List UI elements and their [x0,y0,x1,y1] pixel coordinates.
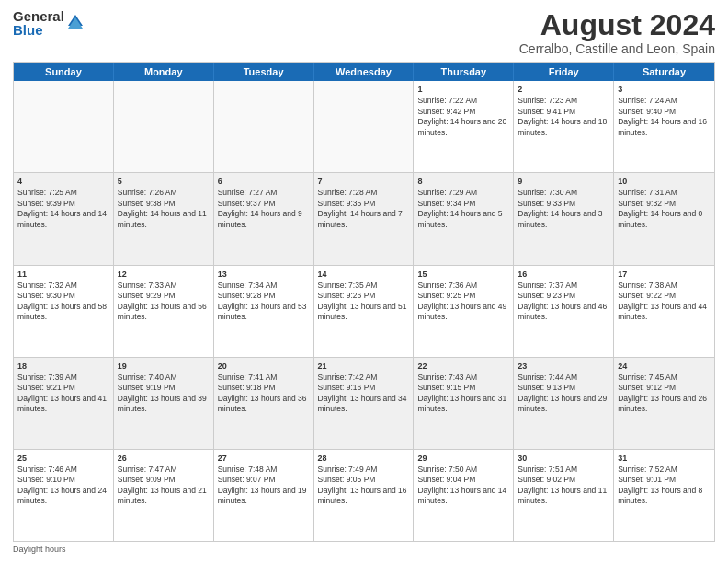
day-number: 30 [518,453,609,464]
day-info: Daylight: 14 hours and 20 minutes. [417,117,509,138]
day-info: Sunrise: 7:24 AM [618,96,711,106]
day-info: Sunrise: 7:27 AM [218,188,310,198]
day-info: Sunrise: 7:43 AM [417,373,509,383]
day-info: Sunset: 9:42 PM [417,107,509,117]
day-info: Daylight: 13 hours and 49 minutes. [417,302,509,323]
day-info: Sunset: 9:02 PM [518,475,609,485]
calendar-cell: 12Sunrise: 7:33 AMSunset: 9:29 PMDayligh… [114,266,214,357]
day-info: Daylight: 14 hours and 9 minutes. [218,209,310,230]
day-number: 21 [318,361,410,372]
day-info: Sunset: 9:13 PM [518,383,609,393]
day-number: 20 [218,361,310,372]
day-info: Sunrise: 7:52 AM [618,465,711,475]
day-info: Sunset: 9:10 PM [17,475,109,485]
calendar-cell: 23Sunrise: 7:44 AMSunset: 9:13 PMDayligh… [514,358,614,449]
day-info: Daylight: 13 hours and 53 minutes. [218,302,310,323]
calendar-cell: 25Sunrise: 7:46 AMSunset: 9:10 PMDayligh… [14,450,114,541]
day-info: Sunrise: 7:28 AM [318,188,410,198]
day-info: Sunset: 9:09 PM [118,475,210,485]
day-info: Sunrise: 7:34 AM [218,281,310,291]
day-info: Daylight: 13 hours and 58 minutes. [17,302,109,323]
calendar: SundayMondayTuesdayWednesdayThursdayFrid… [13,62,715,542]
day-info: Sunrise: 7:33 AM [118,281,210,291]
calendar-cell: 29Sunrise: 7:50 AMSunset: 9:04 PMDayligh… [414,450,514,541]
day-info: Daylight: 14 hours and 3 minutes. [518,209,609,230]
day-number: 11 [17,269,109,280]
header: General Blue August 2024 Cerralbo, Casti… [13,9,715,56]
day-number: 8 [417,176,509,187]
day-info: Daylight: 14 hours and 0 minutes. [618,209,711,230]
day-info: Sunset: 9:32 PM [618,199,711,209]
day-number: 27 [218,453,310,464]
day-number: 9 [518,176,609,187]
logo-general: General [13,9,64,23]
day-number: 19 [118,361,210,372]
day-info: Sunrise: 7:48 AM [218,465,310,475]
day-info: Sunrise: 7:39 AM [17,373,109,383]
day-info: Sunrise: 7:41 AM [218,373,310,383]
calendar-cell: 14Sunrise: 7:35 AMSunset: 9:26 PMDayligh… [314,266,415,357]
calendar-cell: 26Sunrise: 7:47 AMSunset: 9:09 PMDayligh… [114,450,214,541]
day-info: Daylight: 13 hours and 8 minutes. [618,486,711,507]
calendar-week: 1Sunrise: 7:22 AMSunset: 9:42 PMDaylight… [14,81,714,173]
day-number: 10 [618,176,711,187]
calendar-cell: 1Sunrise: 7:22 AMSunset: 9:42 PMDaylight… [414,81,514,172]
day-info: Sunrise: 7:51 AM [518,465,609,475]
day-info: Daylight: 13 hours and 29 minutes. [518,394,609,415]
day-number: 23 [518,361,609,372]
day-number: 28 [318,453,410,464]
day-info: Sunrise: 7:32 AM [17,281,109,291]
day-number: 14 [318,269,410,280]
day-number: 2 [518,84,609,95]
day-info: Daylight: 13 hours and 16 minutes. [318,486,410,507]
day-number: 22 [417,361,509,372]
calendar-cell: 4Sunrise: 7:25 AMSunset: 9:39 PMDaylight… [14,173,114,264]
day-info: Sunset: 9:23 PM [518,291,609,301]
logo-text: General Blue [13,9,64,37]
day-info: Sunrise: 7:37 AM [518,281,609,291]
day-info: Daylight: 13 hours and 14 minutes. [417,486,509,507]
calendar-cell: 22Sunrise: 7:43 AMSunset: 9:15 PMDayligh… [414,358,514,449]
day-info: Sunset: 9:41 PM [518,107,609,117]
day-info: Sunrise: 7:45 AM [618,373,711,383]
day-info: Daylight: 14 hours and 18 minutes. [518,117,609,138]
calendar-cell: 11Sunrise: 7:32 AMSunset: 9:30 PMDayligh… [14,266,114,357]
calendar-cell: 24Sunrise: 7:45 AMSunset: 9:12 PMDayligh… [614,358,714,449]
day-info: Sunrise: 7:46 AM [17,465,109,475]
calendar-week: 25Sunrise: 7:46 AMSunset: 9:10 PMDayligh… [14,450,714,541]
calendar-cell [114,81,214,172]
calendar-cell: 27Sunrise: 7:48 AMSunset: 9:07 PMDayligh… [214,450,314,541]
calendar-cell: 19Sunrise: 7:40 AMSunset: 9:19 PMDayligh… [114,358,214,449]
logo: General Blue [13,9,85,37]
title-block: August 2024 Cerralbo, Castille and Leon,… [519,9,715,56]
day-info: Sunset: 9:05 PM [318,475,410,485]
calendar-cell: 31Sunrise: 7:52 AMSunset: 9:01 PMDayligh… [614,450,714,541]
day-number: 5 [118,176,210,187]
calendar-body: 1Sunrise: 7:22 AMSunset: 9:42 PMDaylight… [14,81,714,541]
calendar-cell: 6Sunrise: 7:27 AMSunset: 9:37 PMDaylight… [214,173,314,264]
calendar-cell: 28Sunrise: 7:49 AMSunset: 9:05 PMDayligh… [314,450,415,541]
day-info: Sunset: 9:22 PM [618,291,711,301]
page: General Blue August 2024 Cerralbo, Casti… [0,0,728,563]
day-info: Sunset: 9:26 PM [318,291,410,301]
calendar-cell [14,81,114,172]
day-info: Sunset: 9:34 PM [417,199,509,209]
calendar-cell: 10Sunrise: 7:31 AMSunset: 9:32 PMDayligh… [614,173,714,264]
calendar-cell: 18Sunrise: 7:39 AMSunset: 9:21 PMDayligh… [14,358,114,449]
day-info: Sunrise: 7:30 AM [518,188,609,198]
calendar-cell: 5Sunrise: 7:26 AMSunset: 9:38 PMDaylight… [114,173,214,264]
day-info: Daylight: 14 hours and 5 minutes. [417,209,509,230]
day-number: 25 [17,453,109,464]
day-info: Daylight: 14 hours and 16 minutes. [618,117,711,138]
day-info: Daylight: 13 hours and 26 minutes. [618,394,711,415]
day-info: Sunset: 9:29 PM [118,291,210,301]
day-number: 31 [618,453,711,464]
day-info: Sunset: 9:40 PM [618,107,711,117]
day-info: Sunrise: 7:29 AM [417,188,509,198]
calendar-header: SundayMondayTuesdayWednesdayThursdayFrid… [14,63,714,81]
day-info: Daylight: 13 hours and 19 minutes. [218,486,310,507]
day-info: Sunrise: 7:26 AM [118,188,210,198]
calendar-header-cell: Thursday [414,63,514,81]
day-number: 3 [618,84,711,95]
calendar-cell: 30Sunrise: 7:51 AMSunset: 9:02 PMDayligh… [514,450,614,541]
